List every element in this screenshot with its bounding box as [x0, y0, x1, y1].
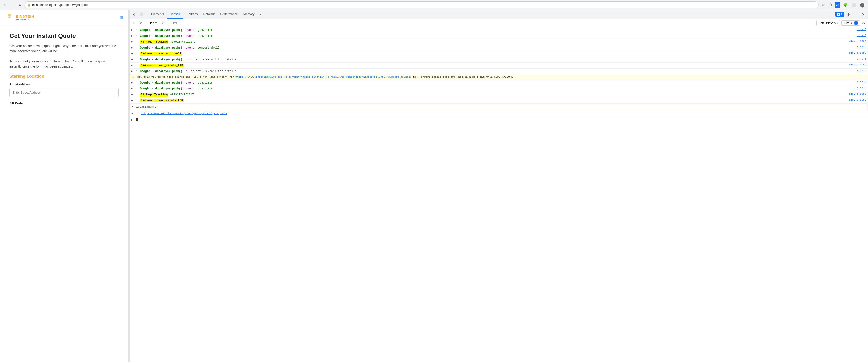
expand-arrow[interactable]: ▶: [131, 87, 134, 90]
devtools-settings-button[interactable]: ⚙: [846, 11, 851, 17]
result-quote-close: ': [229, 112, 230, 115]
devtools-inspect-button[interactable]: ⊹: [131, 11, 137, 17]
section-starting-location: Starting Location: [9, 74, 119, 79]
address-bar[interactable]: 🔒: [24, 1, 818, 8]
log-content: Google - dataLayer.push(): event: gtm.ti…: [140, 28, 850, 32]
expand-arrow[interactable]: ▶: [131, 81, 134, 84]
tilde: ~: [136, 34, 138, 37]
level-selector[interactable]: Default levels ▾: [816, 20, 840, 26]
log-source[interactable]: dlc.js:1982: [844, 99, 866, 101]
tilde: ~: [136, 46, 138, 49]
result-quote-open: ': [137, 112, 139, 115]
tilde: ~: [136, 40, 138, 43]
devtools-close-button[interactable]: ✕: [861, 11, 866, 17]
logo-name: EINSTEIN: [16, 15, 37, 18]
log-source[interactable]: dlc.js:1982: [844, 92, 866, 95]
tab-memory[interactable]: Memory: [241, 10, 257, 19]
street-address-label: Street Address: [9, 83, 119, 86]
expand-arrow[interactable]: ▶: [131, 28, 134, 31]
expand-arrow[interactable]: ▶: [131, 93, 134, 96]
log-source[interactable]: a.js:6: [852, 57, 866, 60]
browser-toolbar: ← → ↻ 🔒 ☆ ⬡ ON 🧩 ⬜ ⬤: [0, 0, 868, 10]
tilde: ~: [136, 92, 138, 96]
expand-arrow-right[interactable]: ▶: [132, 105, 135, 108]
clear-console-button[interactable]: ⊘: [138, 20, 144, 26]
svg-point-2: [8, 16, 9, 17]
log-source[interactable]: a.js:6: [852, 87, 866, 89]
result-arrow: ◀: [131, 112, 135, 115]
extensions-puzzle-icon[interactable]: 🧩: [842, 2, 849, 8]
tab-elements[interactable]: Elements: [149, 10, 166, 19]
lock-icon: 🔒: [27, 3, 31, 7]
log-content: GA4 event: web_vitals_FID: [140, 63, 843, 67]
console-settings-button[interactable]: ⚙: [861, 20, 866, 26]
back-button[interactable]: ←: [2, 2, 8, 8]
expand-arrow[interactable]: ▶: [131, 52, 134, 55]
log-row: ▶ ~ Google - dataLayer.push(): h: object…: [130, 68, 868, 75]
tab-performance[interactable]: Performance: [218, 10, 240, 19]
hamburger-menu[interactable]: ≡: [120, 15, 123, 21]
warning-text: DevTools failed to load source map: Coul…: [137, 75, 513, 79]
expand-arrow[interactable]: ▶: [131, 70, 134, 73]
log-source[interactable]: a.js:6: [852, 69, 866, 72]
log-source[interactable]: a.js:6: [852, 34, 866, 37]
expand-arrow[interactable]: ▶: [131, 99, 134, 102]
forward-button[interactable]: →: [10, 2, 16, 8]
profile-sync-icon[interactable]: ⬡: [828, 2, 833, 8]
expand-arrow[interactable]: ▶: [131, 46, 134, 49]
tab-console[interactable]: Console: [167, 10, 183, 19]
expand-arrow[interactable]: ▶: [131, 40, 134, 43]
profile-avatar-icon[interactable]: ⬤: [859, 1, 866, 8]
devtools-device-button[interactable]: ⬜: [138, 11, 145, 17]
street-address-input[interactable]: [9, 88, 119, 97]
cursor-row[interactable]: ▶: [130, 117, 868, 122]
tilde: ~: [136, 81, 138, 84]
tilde: ~: [136, 69, 138, 73]
log-source[interactable]: dlc.js:1982: [844, 40, 866, 43]
page-desc-1: Get your online moving quote right away!…: [9, 43, 119, 54]
page-desc-2: Tell us about your move in the form belo…: [9, 59, 119, 69]
bookmark-icon[interactable]: ☆: [820, 2, 826, 8]
expand-arrow[interactable]: ▶: [131, 34, 134, 37]
log-content: FB Page Tracking 897921747622171: [140, 40, 843, 44]
logo-icon: [5, 13, 14, 22]
issue-badge[interactable]: 1 Issue: 1: [841, 21, 860, 26]
log-row: ▶ ~ FB Page Tracking 897921747622171 dlc…: [130, 39, 868, 45]
warning-link[interactable]: https://www.einsteinmoving.com/wp-conten…: [236, 75, 410, 78]
result-row: ◀ 'https://www.einsteinmoving.com/get-qu…: [130, 110, 868, 117]
log-source[interactable]: a.js:6: [852, 28, 866, 31]
warning-icon: ⚠: [132, 75, 136, 79]
extension-icon[interactable]: ON: [835, 2, 840, 8]
sidebar-toggle-button[interactable]: ⊞: [131, 20, 137, 26]
issues-badge-button[interactable]: 1 1: [835, 12, 844, 17]
tab-sources[interactable]: Sources: [184, 10, 200, 19]
refresh-button[interactable]: ↻: [18, 2, 22, 8]
website-panel: EINSTEIN MOVING CO. — ≡ Get Your Instant…: [0, 10, 128, 362]
log-source[interactable]: dlc.js:1982: [844, 63, 866, 66]
browser-toolbar-icons: ☆ ⬡ ON 🧩 ⬜ ⬤: [820, 1, 866, 8]
expand-arrow[interactable]: ▶: [131, 58, 134, 61]
eye-filter-button[interactable]: 👁: [160, 20, 167, 26]
log-source[interactable]: a.js:6: [852, 81, 866, 84]
expand-arrow[interactable]: ▶: [131, 64, 134, 67]
logo-sub: MOVING CO. —: [16, 18, 37, 21]
result-url-link[interactable]: https://www.einsteinmoving.com/get-quote…: [141, 112, 227, 115]
log-source[interactable]: dlc.js:1982: [844, 52, 866, 54]
log-content: Google - dataLayer.push(): event: conten…: [140, 46, 850, 50]
tab-network[interactable]: Network: [201, 10, 217, 19]
tilde: ~: [136, 52, 138, 55]
cursor-blink: [136, 118, 137, 121]
console-log-area: ▶ ~ Google - dataLayer.push(): event: gt…: [130, 27, 868, 362]
log-content: Google - dataLayer.push(): event: gtm.ti…: [140, 81, 850, 85]
log-row: ▶ ~ GA4 event: content_dwell dlc.js:1982: [130, 51, 868, 57]
log-source[interactable]: a.js:6: [852, 46, 866, 49]
tilde: ~: [136, 57, 138, 61]
log-row: ▶ ~ Google - dataLayer.push(): h: object…: [130, 57, 868, 63]
context-selector[interactable]: top ▾: [149, 20, 158, 26]
location-href-row: ▶ location.href: [130, 104, 868, 110]
filter-input[interactable]: [168, 20, 815, 26]
window-icon[interactable]: ⬜: [850, 2, 857, 8]
tab-more-button[interactable]: »: [258, 11, 262, 17]
devtools-more-vert-button[interactable]: ⋮: [853, 11, 859, 17]
url-input[interactable]: [32, 3, 815, 7]
